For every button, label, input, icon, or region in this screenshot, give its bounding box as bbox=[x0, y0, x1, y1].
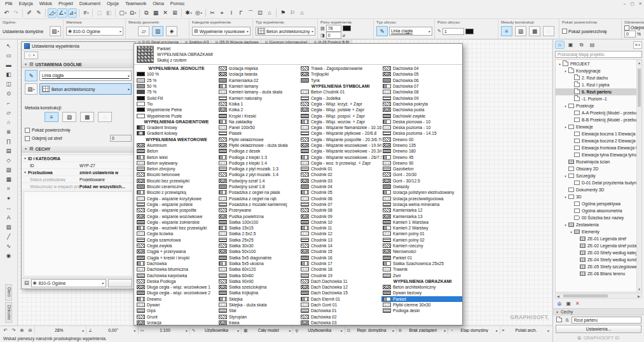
window-tool[interactable]: ◫ bbox=[3, 79, 14, 88]
fill-item[interactable]: Podłoga deski bbox=[381, 308, 462, 313]
door-tool[interactable]: ◧ bbox=[3, 69, 14, 79]
fill-item[interactable]: Drewno 45 bbox=[381, 154, 462, 160]
construction-single-button[interactable]: ≡ bbox=[501, 26, 512, 36]
scroll-left-icon[interactable]: ◀ bbox=[556, 294, 561, 298]
new-folder-button[interactable]: ▣ bbox=[566, 300, 572, 308]
construction-gradient-button[interactable]: ◌ bbox=[543, 26, 554, 36]
slab-tool[interactable]: ▱ bbox=[3, 107, 14, 117]
fill-item[interactable]: Dachówka bitumiczna bbox=[135, 266, 217, 272]
fill-item[interactable]: Chodnik 11 bbox=[299, 225, 381, 231]
fill-item[interactable]: Cegła - Wiązanie wozówkowe - 20.3/6.8 bbox=[299, 148, 381, 154]
zoom-out-icon[interactable]: ⊖ bbox=[26, 327, 34, 334]
tree-item-10[interactable]: Elewacja boczna 1 Elewacja boczn bbox=[556, 130, 636, 137]
polyline-tool[interactable]: ∿ bbox=[3, 241, 14, 250]
fill-item[interactable]: Posadzka z cegieł na płask bbox=[217, 189, 299, 195]
close-element-icon[interactable]: ✕ bbox=[161, 8, 170, 18]
background-pen-field[interactable]: 0 bbox=[326, 32, 341, 39]
fill-item[interactable]: Izolacja twarda bbox=[217, 71, 299, 77]
fill-item[interactable]: Podłoga z desek bbox=[217, 148, 299, 154]
fill-item[interactable]: Dach Eternit 01 bbox=[299, 296, 381, 302]
fill-item[interactable]: Dachówka 08 bbox=[381, 89, 462, 95]
fill-item[interactable]: Kamień naturalny bbox=[217, 95, 299, 100]
fill-item[interactable]: Siatka Szachownica 25x25 bbox=[381, 261, 462, 266]
fill-item[interactable]: Styropian bbox=[217, 313, 299, 319]
fill-item[interactable]: Cegła - Jodełka bbox=[299, 95, 381, 100]
previous-view-icon[interactable]: ↶ bbox=[1, 327, 10, 334]
adjust-icon[interactable]: ⌖ bbox=[217, 8, 226, 18]
tree-item-16[interactable]: ▾Szczegóły bbox=[556, 172, 636, 179]
fill-item[interactable]: Dachówka 01 bbox=[299, 308, 381, 313]
default-settings-button[interactable]: ▧▾ bbox=[50, 26, 61, 36]
fill-item[interactable]: Chodnik 04 bbox=[299, 184, 381, 189]
orientation-combo[interactable]: ∠0,00°▸ bbox=[86, 327, 137, 334]
tree-item-19[interactable]: ▾3D bbox=[556, 193, 636, 200]
fill-item[interactable]: Deska pionowa - 10 bbox=[381, 119, 462, 125]
method-hatch-button[interactable]: ▨ bbox=[62, 112, 76, 122]
snap-points-icon[interactable]: ⊿▾ bbox=[68, 8, 78, 18]
construction-hatch-button[interactable]: ▨ bbox=[515, 26, 526, 36]
minimize-button[interactable]: – bbox=[624, 1, 626, 6]
tree-item-27[interactable]: ZE-03 Strefy według kategorii bbox=[556, 249, 636, 256]
fill-item[interactable]: Siatka 50x100 bbox=[217, 249, 299, 254]
settings-button[interactable]: Ustawienia... bbox=[556, 325, 641, 333]
fill-item[interactable]: Deska pozioma - 10 bbox=[381, 125, 462, 130]
method-pattern-button[interactable]: ▩ bbox=[80, 112, 94, 122]
fill-item[interactable]: Dywan bbox=[135, 302, 217, 308]
fill-item[interactable]: Parkiet bbox=[381, 296, 462, 302]
tree-item-20[interactable]: Ogólna perspektywa bbox=[556, 200, 636, 207]
fill-item[interactable]: Cegła - Wiąz. krzyż. + Zapr bbox=[299, 101, 381, 107]
fill-item[interactable]: Wypełnienie Puste bbox=[135, 113, 217, 118]
fill-item[interactable]: Płytki okładzinowe - duża skala bbox=[217, 142, 299, 148]
fill-item[interactable]: Siatka sześciokątna bbox=[217, 284, 299, 290]
fill-item[interactable]: Cegła - Wiązanie pospolite - 20.3/6.76 bbox=[299, 137, 381, 142]
fill-item[interactable]: Chodnik 12 bbox=[299, 231, 381, 236]
fill-item[interactable]: Siatka 2.5x2.5 bbox=[217, 231, 299, 236]
tree-item-15[interactable]: Obszary 2D bbox=[556, 165, 636, 172]
ok-button-partial[interactable] bbox=[108, 279, 132, 287]
tree-item-29[interactable]: ZE-05 Strefy szczegółowe bbox=[556, 263, 636, 270]
construction-pattern-button[interactable]: ▩ bbox=[529, 26, 540, 36]
fill-item[interactable]: Podłoga z płyt mozaik. 1:4 bbox=[217, 172, 299, 177]
fill-item[interactable]: Cegła - Wiąz. polskie + Zapr bbox=[299, 107, 381, 113]
geometry-rotated-button[interactable]: ◈ bbox=[166, 26, 177, 36]
beam-tool[interactable]: ⌐ bbox=[3, 98, 14, 107]
fill-item[interactable]: Stal bbox=[217, 308, 299, 313]
close-button[interactable]: ✕ bbox=[639, 1, 642, 6]
fill-item[interactable]: Drewno 180 bbox=[381, 148, 462, 154]
grid-options-icon[interactable]: ⊞ bbox=[170, 8, 179, 18]
fill-item[interactable]: Drewno 00 bbox=[381, 137, 462, 142]
fill-item[interactable]: Aluminium bbox=[135, 142, 217, 148]
select-tool[interactable]: ↖ bbox=[3, 41, 14, 50]
trim-icon[interactable]: Γ bbox=[236, 8, 245, 18]
fill-item[interactable]: Siatka 90x90 bbox=[217, 278, 299, 284]
fill-item[interactable]: Cegła - wiązanie polskie bbox=[135, 202, 217, 207]
home-view-icon[interactable]: ⌂ bbox=[265, 8, 274, 18]
restore-button[interactable]: ▢ bbox=[630, 1, 634, 6]
fill-item[interactable]: Podwójny szraf 1:8 bbox=[217, 184, 299, 189]
element-table-icon[interactable]: ▦ bbox=[151, 8, 160, 18]
dimension-tool[interactable]: ↔ bbox=[3, 203, 14, 212]
line-tool[interactable]: ╱ bbox=[3, 231, 14, 241]
fill-item[interactable]: 25 % bbox=[135, 78, 217, 83]
fill-item[interactable]: Kółka 2 bbox=[217, 107, 299, 113]
fill-item[interactable]: Chodnik 07 bbox=[299, 202, 381, 207]
dialog-title-bar[interactable]: Ustawienia wypełnienia bbox=[22, 42, 135, 50]
tree-item-0[interactable]: ▾PROJEKT bbox=[556, 60, 636, 67]
property-group-row[interactable]: ▼ID i KATEGORIA bbox=[22, 155, 135, 162]
fill-item[interactable]: Deska Podłoga bbox=[135, 278, 217, 284]
roof-tool[interactable]: ⌂ bbox=[3, 117, 14, 127]
tree-item-3[interactable]: 1. Rzut I piętra bbox=[556, 81, 636, 88]
collapse-arrow-icon[interactable]: ▾ bbox=[558, 62, 562, 66]
fill-pattern-toggle-button[interactable]: ▨▸ bbox=[25, 83, 38, 95]
camera-tool[interactable]: ◉ bbox=[3, 250, 14, 260]
fill-item[interactable]: Chodnik 14 bbox=[299, 243, 381, 249]
fill-item[interactable]: Płytki okładzinowe bbox=[217, 137, 299, 142]
fill-item[interactable]: 50 % bbox=[135, 83, 217, 89]
fill-item[interactable]: Nierówności bbox=[381, 249, 462, 254]
fill-item[interactable]: Siatka trójkątna bbox=[217, 290, 299, 296]
layout-book-button[interactable]: ⧉ bbox=[577, 41, 586, 49]
fill-item[interactable]: Grunt bbox=[135, 313, 217, 319]
fill-item[interactable]: Trawnik bbox=[381, 266, 462, 272]
curtain-wall-tool[interactable]: ▤ bbox=[3, 146, 14, 155]
show-surface-checkbox[interactable] bbox=[25, 128, 30, 133]
